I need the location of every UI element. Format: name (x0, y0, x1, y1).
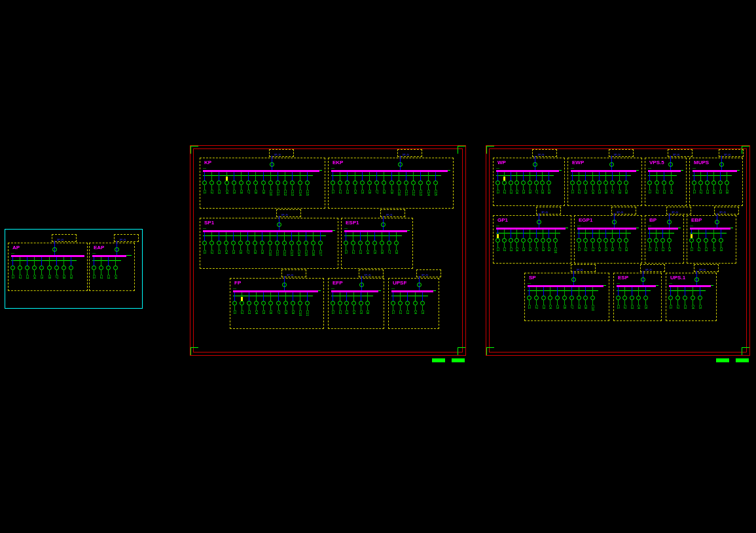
sheet1-tag-1 (432, 358, 445, 362)
circuit-label: C8 (577, 305, 581, 309)
breaker-drop (399, 172, 399, 181)
breaker-drop (115, 257, 116, 266)
breaker-drop (638, 287, 639, 296)
breaker-drop (101, 257, 101, 266)
sheet2-tag-1 (716, 358, 729, 362)
breaker-drop (219, 232, 219, 241)
circuit-label: C4 (515, 190, 518, 194)
breaker-drop (599, 230, 600, 239)
breaker-drop (693, 287, 693, 296)
panel-info: — (571, 166, 574, 170)
yellow-highlight (691, 234, 693, 238)
breaker-drop (361, 292, 361, 301)
breaker-drop (579, 230, 579, 239)
breaker-drop (543, 230, 543, 239)
breaker-drop (108, 257, 109, 266)
circuit-label: C2 (655, 247, 658, 251)
breaker-drop (624, 287, 625, 296)
circuit-label: C7 (375, 190, 378, 194)
circuit-label: C11 (276, 190, 279, 196)
circuit-label: C3 (217, 250, 221, 254)
circuit-label: C2 (584, 247, 587, 251)
feed-label: 3P+N (364, 273, 370, 277)
circuit-label: C10 (269, 190, 272, 196)
subbar (233, 296, 313, 296)
breaker-drop (632, 287, 632, 296)
breaker-drop (362, 172, 363, 181)
circuit-label: C3 (662, 190, 666, 194)
circuit-label: C6 (240, 190, 243, 194)
busbar (693, 170, 737, 172)
circuit-label: C9 (624, 190, 628, 194)
breaker-drop (382, 232, 382, 241)
circuit-label: C2 (697, 247, 700, 251)
breaker-drop (298, 232, 299, 241)
breaker-drop (391, 172, 392, 181)
breaker-drop (300, 172, 300, 181)
circuit-label: C1 (693, 190, 696, 194)
circuit-label: C10 (268, 250, 272, 256)
breaker-drop (204, 172, 205, 181)
circuit-label: C4 (114, 275, 117, 279)
feed-box (719, 149, 744, 157)
breaker-drop (346, 232, 346, 241)
breaker-drop (333, 292, 333, 301)
circuit-label: C2 (210, 190, 213, 194)
breaker-drop (677, 287, 678, 296)
circuit-label: C1 (331, 190, 334, 194)
circuit-label: C4 (414, 310, 417, 314)
circuit-label: C3 (661, 247, 664, 251)
circuit-label: C1 (669, 305, 672, 309)
circuit-label: C10 (298, 310, 302, 316)
circuit-label: C5 (262, 310, 265, 314)
subbar (648, 233, 674, 233)
circuit-label: C1 (528, 305, 531, 309)
circuit-label: C3 (630, 305, 634, 309)
busbar (669, 285, 711, 287)
breaker-drop (670, 287, 671, 296)
breaker-drop (713, 230, 714, 239)
breaker-drop (340, 292, 340, 301)
breaker-drop (422, 292, 423, 301)
breaker-drop (529, 287, 530, 296)
breaker-drop (369, 172, 370, 181)
panel-info: — (528, 281, 531, 285)
circuit-label: C1 (496, 247, 499, 251)
circuit-label: C7 (277, 310, 280, 314)
breaker-drop (700, 287, 700, 296)
circuit-label: C3 (542, 305, 545, 309)
circuit-label: C7 (55, 275, 58, 279)
panel-esp1: ESP13P+NC1C2C3C4C5C6C7C8— (341, 218, 413, 269)
panel-info: — (648, 224, 651, 228)
panel-title: UPS.1 (669, 275, 687, 281)
circuit-label: C5 (232, 190, 236, 194)
circuit-label: C5 (361, 190, 364, 194)
subbar (693, 175, 732, 176)
breaker-drop (263, 292, 264, 301)
feed-box (281, 269, 306, 277)
circuit-label: C3 (107, 275, 110, 279)
panel-ap: AP3P+NC1C2C3C4C5C6C7C8C9— (8, 243, 88, 291)
circuit-label: C1 (331, 310, 334, 314)
circuit-label: C16 (312, 250, 315, 256)
panel-title: EWP (571, 160, 585, 165)
busbar (690, 228, 730, 230)
circuit-label: C6 (48, 275, 51, 279)
panel-wp: WP3P+NC1C2C3C4C5C6C7C8C9— (493, 158, 565, 206)
circuit-label: C2 (99, 275, 103, 279)
panel-title: WP (496, 160, 507, 165)
panel-ups-1: UPS.13P+NC1C2C3C4C5— (666, 273, 717, 321)
feed-box (668, 149, 693, 157)
panel-info: — (391, 286, 395, 290)
breaker-drop (543, 287, 544, 296)
breaker-drop (211, 172, 212, 181)
circuit-label: C5 (719, 190, 722, 194)
circuit-label: C2 (338, 310, 342, 314)
circuit-label: C2 (18, 275, 22, 279)
circuit-label: C1 (496, 190, 499, 194)
busbar (648, 170, 681, 172)
circuit-label: C3 (26, 275, 29, 279)
panel-gp1: GP13P+NC1C2C3C4C5C6C7C8C9C10— (493, 215, 571, 264)
feed-label: 3P+N (673, 153, 679, 156)
breaker-drop (523, 230, 524, 239)
